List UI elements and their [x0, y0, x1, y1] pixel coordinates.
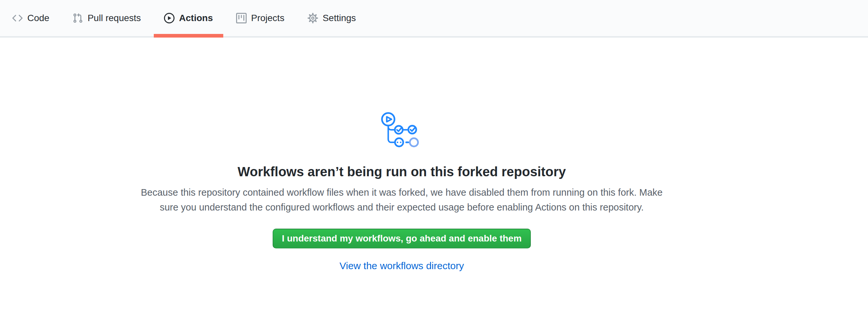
tab-label: Projects [251, 13, 284, 23]
gear-icon [308, 13, 318, 23]
actions-disabled-blankslate: Workflows aren’t being run on this forke… [0, 37, 803, 272]
repo-tab-nav: Code Pull requests Actions Projects [0, 0, 868, 37]
tab-code[interactable]: Code [2, 0, 60, 36]
description-line-2: sure you understand the configured workf… [141, 200, 663, 215]
git-pull-request-icon [72, 13, 83, 23]
description-line-1: Because this repository contained workfl… [141, 185, 663, 200]
blankslate-description: Because this repository contained workfl… [141, 185, 663, 215]
tab-label: Pull requests [88, 13, 141, 23]
active-tab-underline [154, 34, 223, 37]
workflow-graph-icon [380, 108, 423, 150]
play-circle-icon [164, 13, 175, 23]
tab-settings[interactable]: Settings [297, 0, 366, 36]
tab-label: Code [27, 13, 50, 23]
workflows-directory-link[interactable]: View the workflows directory [340, 260, 464, 272]
project-icon [236, 13, 247, 23]
blankslate-title: Workflows aren’t being run on this forke… [238, 163, 566, 180]
enable-workflows-button[interactable]: I understand my workflows, go ahead and … [273, 229, 531, 248]
tab-label: Actions [179, 13, 213, 23]
tab-projects[interactable]: Projects [226, 0, 295, 36]
tab-actions[interactable]: Actions [154, 0, 223, 36]
tab-label: Settings [323, 13, 356, 23]
tab-pull-requests[interactable]: Pull requests [62, 0, 151, 36]
code-icon [12, 13, 23, 23]
